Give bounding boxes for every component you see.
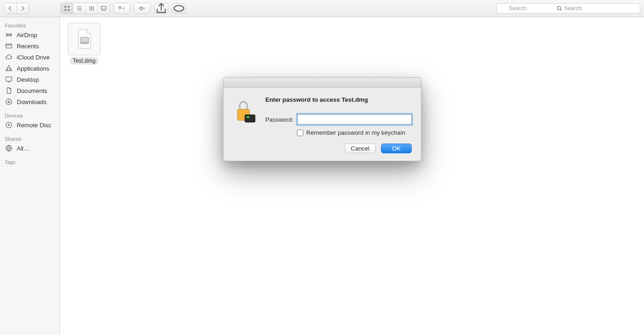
cancel-button[interactable]: Cancel [345,144,375,153]
sidebar-header-devices: Devices [0,111,59,119]
svg-rect-20 [80,42,89,44]
svg-rect-22 [245,115,255,122]
sidebar-item-label: Desktop [17,76,39,83]
svg-rect-14 [6,77,12,81]
password-dialog: Enter password to access Test.dmg Passwo… [223,77,421,161]
sidebar-header-favorites: Favorites [0,21,59,29]
share-button[interactable] [154,3,168,13]
column-view-button[interactable] [85,3,97,13]
sidebar-item-all-shared[interactable]: All… [0,143,59,154]
documents-icon [5,87,13,94]
airdrop-icon [5,31,13,39]
back-button[interactable] [4,3,16,13]
svg-point-16 [6,122,12,128]
sidebar-item-label: All… [17,145,29,152]
main-area: Favorites AirDrop Recents iCloud Drive A… [0,17,644,335]
svg-rect-1 [68,6,70,8]
sidebar-header-shared: Shared [0,134,59,143]
sidebar-item-label: Documents [17,87,47,94]
svg-point-10 [174,6,184,11]
group-by-group [113,3,130,14]
sidebar-item-label: Downloads [17,99,46,105]
svg-rect-2 [65,9,66,11]
sidebar-item-documents[interactable]: Documents [0,85,59,96]
action-menu-group [134,3,151,14]
sidebar-item-label: Remote Disc [17,122,51,129]
tags-button[interactable] [172,3,186,13]
dialog-heading: Enter password to access Test.dmg [265,96,412,103]
password-input[interactable] [297,114,412,125]
sidebar-item-desktop[interactable]: Desktop [0,74,59,85]
ok-button[interactable]: OK [381,144,412,153]
lock-disk-icon [233,96,257,153]
sidebar-item-label: Recents [17,43,39,50]
list-view-button[interactable] [73,3,85,13]
content-area[interactable]: Test.dmg [60,17,644,335]
dmg-file-icon [68,23,100,55]
svg-point-17 [8,124,10,126]
svg-rect-0 [65,6,66,8]
file-item[interactable]: Test.dmg [66,23,103,65]
sidebar-item-applications[interactable]: Applications [0,63,59,74]
svg-rect-7 [119,8,120,9]
globe-icon [5,145,13,152]
sidebar-item-label: Applications [17,65,49,72]
svg-rect-13 [6,44,12,48]
sidebar: Favorites AirDrop Recents iCloud Drive A… [0,17,60,335]
action-menu-button[interactable] [134,3,150,13]
svg-rect-3 [68,9,70,11]
svg-rect-6 [120,7,121,7]
sidebar-item-remote-disc[interactable]: Remote Disc [0,119,59,131]
desktop-icon [5,76,13,83]
recents-icon [5,42,13,50]
sidebar-item-recents[interactable]: Recents [0,40,59,52]
disc-icon [5,121,13,129]
svg-rect-8 [120,8,121,9]
sidebar-item-downloads[interactable]: Downloads [0,96,59,107]
sidebar-item-label: AirDrop [17,32,37,39]
svg-rect-4 [101,7,106,9]
view-mode-group [60,3,110,14]
sidebar-header-tags: Tags [0,158,59,166]
svg-point-12 [8,34,10,36]
sidebar-item-icloud[interactable]: iCloud Drive [0,52,59,63]
gallery-view-button[interactable] [97,3,109,13]
applications-icon [5,65,13,72]
toolbar: Search [0,0,644,17]
search-wrap: Search [496,3,640,13]
svg-rect-5 [119,7,120,7]
forward-button[interactable] [16,3,28,13]
remember-checkbox[interactable] [297,130,303,136]
cloud-icon [5,53,13,61]
sidebar-item-airdrop[interactable]: AirDrop [0,29,59,40]
remember-label: Remember password in my keychain [306,129,405,136]
nav-group [4,3,29,14]
password-label: Password: [265,116,294,123]
search-input[interactable] [496,3,640,13]
sidebar-item-label: iCloud Drive [17,54,50,61]
svg-rect-23 [246,116,250,118]
downloads-icon [5,98,13,105]
icon-view-button[interactable] [61,3,73,13]
file-name-label: Test.dmg [70,57,99,65]
group-by-button[interactable] [114,3,130,13]
dialog-titlebar [223,78,421,88]
